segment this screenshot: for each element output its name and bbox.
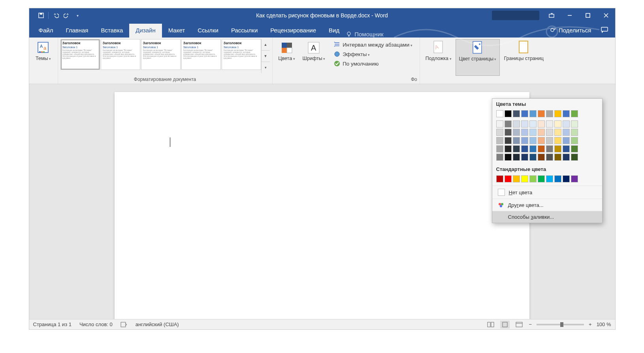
no-color-item[interactable]: Нет цвета <box>492 186 602 199</box>
qat-customize-icon[interactable]: ▾ <box>73 11 83 20</box>
color-swatch[interactable] <box>571 145 578 152</box>
color-swatch[interactable] <box>538 154 545 161</box>
tab-review[interactable]: Рецензирование <box>264 24 322 38</box>
comments-button[interactable] <box>599 25 610 35</box>
redo-button[interactable] <box>62 11 72 20</box>
color-swatch[interactable] <box>538 120 545 128</box>
set-as-default-button[interactable]: По умолчанию <box>332 60 414 68</box>
color-swatch[interactable] <box>505 175 512 182</box>
color-swatch[interactable] <box>571 120 578 128</box>
style-set-thumb[interactable]: ЗаголовокЗаголовок 1Коллекция на вкладке… <box>222 39 261 70</box>
color-swatch[interactable] <box>554 129 561 136</box>
effects-button[interactable]: Эффекты <box>332 50 414 58</box>
color-swatch[interactable] <box>513 137 520 144</box>
fonts-button[interactable]: A Шрифты <box>299 39 329 76</box>
print-layout-button[interactable] <box>500 321 510 329</box>
color-swatch[interactable] <box>529 137 537 144</box>
style-set-thumb[interactable]: ЗаголовокЗаголовок 1Коллекция на вкладке… <box>60 39 100 70</box>
tab-home[interactable]: Главная <box>59 24 94 38</box>
color-swatch[interactable] <box>505 145 512 152</box>
document-page[interactable] <box>115 92 529 319</box>
close-button[interactable] <box>597 8 615 23</box>
color-swatch[interactable] <box>496 145 503 152</box>
maximize-button[interactable] <box>579 8 597 23</box>
tab-view[interactable]: Вид <box>322 24 346 38</box>
gallery-scroll-up[interactable]: ▲ <box>262 39 270 51</box>
color-swatch[interactable] <box>538 175 545 182</box>
zoom-in-button[interactable]: + <box>589 321 592 327</box>
color-swatch[interactable] <box>563 154 570 161</box>
paragraph-spacing-button[interactable]: Интервал между абзацами <box>332 41 414 49</box>
tab-file[interactable]: Файл <box>32 24 60 38</box>
color-swatch[interactable] <box>571 175 578 182</box>
color-swatch[interactable] <box>571 129 578 136</box>
color-swatch[interactable] <box>563 129 570 136</box>
style-set-thumb[interactable]: ЗаголовокЗаголовок 1Коллекция на вкладке… <box>141 39 181 70</box>
web-layout-button[interactable] <box>514 321 524 329</box>
color-swatch[interactable] <box>554 137 561 144</box>
zoom-out-button[interactable]: − <box>529 321 532 327</box>
color-swatch[interactable] <box>529 175 537 182</box>
color-swatch[interactable] <box>513 120 520 128</box>
color-swatch[interactable] <box>521 110 528 117</box>
save-button[interactable] <box>36 11 46 20</box>
page-color-button[interactable]: Цвет страницы <box>456 39 500 76</box>
color-swatch[interactable] <box>513 154 520 161</box>
color-swatch[interactable] <box>546 175 553 182</box>
color-swatch[interactable] <box>571 154 578 161</box>
color-swatch[interactable] <box>546 154 553 161</box>
color-swatch[interactable] <box>496 129 503 136</box>
color-swatch[interactable] <box>554 175 561 182</box>
color-swatch[interactable] <box>521 145 528 152</box>
zoom-level[interactable]: 100 % <box>597 321 611 327</box>
color-swatch[interactable] <box>563 110 570 117</box>
color-swatch[interactable] <box>505 120 512 128</box>
status-word-count[interactable]: Число слов: 0 <box>79 321 113 327</box>
color-swatch[interactable] <box>521 120 528 128</box>
color-swatch[interactable] <box>546 110 553 117</box>
color-swatch[interactable] <box>496 120 503 128</box>
color-swatch[interactable] <box>546 145 553 152</box>
color-swatch[interactable] <box>529 129 537 136</box>
color-swatch[interactable] <box>496 175 503 182</box>
tab-references[interactable]: Ссылки <box>191 24 225 38</box>
gallery-more[interactable]: ▾ <box>262 62 270 73</box>
themes-button[interactable]: Aa Темы <box>32 39 55 76</box>
tab-mailings[interactable]: Рассылки <box>225 24 264 38</box>
color-swatch[interactable] <box>496 154 503 161</box>
style-set-thumb[interactable]: ЗаголовокЗаголовок 1Коллекция на вкладке… <box>181 39 221 70</box>
color-swatch[interactable] <box>529 145 537 152</box>
style-set-thumb[interactable]: ЗаголовокЗаголовок 1Коллекция на вкладке… <box>101 39 140 70</box>
color-swatch[interactable] <box>571 137 578 144</box>
color-swatch[interactable] <box>538 110 545 117</box>
tell-me-search[interactable]: Помощник <box>346 31 383 38</box>
user-account-badge[interactable] <box>492 11 539 20</box>
color-swatch[interactable] <box>513 129 520 136</box>
status-language[interactable]: английский (США) <box>136 321 179 327</box>
more-colors-item[interactable]: Другие цвета... <box>492 199 602 211</box>
color-swatch[interactable] <box>505 129 512 136</box>
color-swatch[interactable] <box>496 137 503 144</box>
color-swatch[interactable] <box>513 175 520 182</box>
page-borders-button[interactable]: Границы страниц <box>501 39 546 76</box>
color-swatch[interactable] <box>521 129 528 136</box>
color-swatch[interactable] <box>529 110 537 117</box>
minimize-button[interactable] <box>561 8 579 23</box>
fill-effects-item[interactable]: Способы заливки... <box>492 211 602 223</box>
color-swatch[interactable] <box>505 137 512 144</box>
share-button[interactable]: Поделиться <box>550 27 591 34</box>
color-swatch[interactable] <box>546 129 553 136</box>
color-swatch[interactable] <box>513 110 520 117</box>
color-swatch[interactable] <box>546 137 553 144</box>
document-formatting-gallery[interactable]: ЗаголовокЗаголовок 1Коллекция на вкладке… <box>60 39 270 73</box>
watermark-button[interactable]: A Подложка <box>422 39 455 76</box>
zoom-slider[interactable] <box>537 324 584 325</box>
status-proofing-icon[interactable] <box>121 321 128 328</box>
color-swatch[interactable] <box>571 110 578 117</box>
color-swatch[interactable] <box>529 120 537 128</box>
color-swatch[interactable] <box>563 137 570 144</box>
colors-button[interactable]: Цвета <box>275 39 299 76</box>
color-swatch[interactable] <box>538 145 545 152</box>
color-swatch[interactable] <box>563 175 570 182</box>
color-swatch[interactable] <box>554 145 561 152</box>
